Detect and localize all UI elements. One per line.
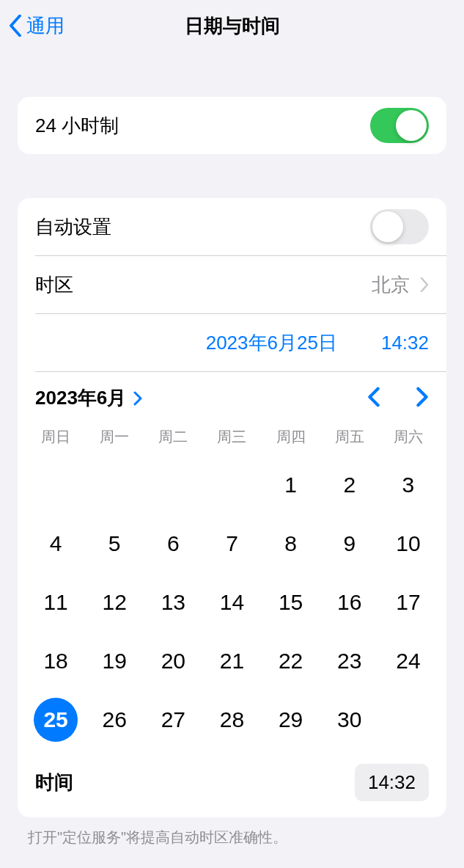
calendar-day[interactable]: 29 — [262, 690, 320, 749]
calendar-prev-button[interactable] — [367, 387, 380, 410]
back-label: 通用 — [26, 13, 65, 39]
calendar-day[interactable]: 13 — [144, 573, 202, 632]
selected-date[interactable]: 2023年6月25日 — [206, 330, 337, 356]
calendar-day-empty — [26, 456, 85, 514]
calendar-day[interactable]: 9 — [320, 514, 379, 573]
weekday-cell: 周二 — [144, 423, 202, 451]
calendar-month-button[interactable]: 2023年6月 — [35, 385, 142, 411]
calendar-day[interactable]: 1 — [262, 456, 320, 514]
row-time: 时间 14:32 — [18, 755, 446, 817]
calendar-day[interactable]: 17 — [379, 573, 438, 632]
switch-knob — [372, 211, 403, 242]
calendar-day-empty — [202, 456, 261, 514]
calendar-month-label: 2023年6月 — [35, 385, 126, 411]
weekday-cell: 周五 — [320, 423, 379, 451]
auto-set-label: 自动设置 — [35, 214, 111, 240]
calendar-day-empty — [85, 456, 144, 514]
calendar-day[interactable]: 2 — [320, 456, 379, 514]
calendar-day[interactable]: 3 — [379, 456, 438, 514]
calendar-day[interactable]: 5 — [85, 514, 144, 573]
calendar-day-empty — [144, 456, 202, 514]
time-label: 时间 — [35, 770, 73, 795]
calendar-day[interactable]: 22 — [262, 632, 320, 690]
chevron-left-icon — [9, 15, 22, 37]
calendar-day[interactable]: 18 — [26, 632, 85, 690]
calendar-day[interactable]: 16 — [320, 573, 379, 632]
calendar-day[interactable]: 12 — [85, 573, 144, 632]
timezone-value: 北京 — [372, 272, 410, 298]
row-datetime-summary: 2023年6月25日 14:32 — [18, 314, 446, 371]
calendar-day-empty — [379, 690, 438, 749]
calendar-next-button[interactable] — [416, 387, 429, 410]
calendar-day[interactable]: 24 — [379, 632, 438, 690]
timezone-label: 时区 — [35, 272, 73, 298]
calendar-day[interactable]: 20 — [144, 632, 202, 690]
chevron-right-icon — [133, 391, 142, 406]
calendar-day[interactable]: 7 — [202, 514, 261, 573]
calendar-day[interactable]: 25 — [26, 690, 85, 749]
weekday-cell: 周一 — [85, 423, 144, 451]
calendar-day[interactable]: 28 — [202, 690, 261, 749]
switch-knob — [396, 110, 427, 141]
calendar-day[interactable]: 19 — [85, 632, 144, 690]
calendar-day[interactable]: 21 — [202, 632, 261, 690]
twenty-four-hour-label: 24 小时制 — [35, 113, 119, 139]
chevron-right-icon — [420, 277, 429, 292]
calendar-day[interactable]: 27 — [144, 690, 202, 749]
page-title: 日期与时间 — [185, 13, 280, 39]
calendar-day[interactable]: 26 — [85, 690, 144, 749]
row-24-hour: 24 小时制 — [18, 97, 446, 154]
chevron-right-icon — [416, 387, 429, 407]
twenty-four-hour-switch[interactable] — [370, 108, 429, 143]
time-picker[interactable]: 14:32 — [355, 764, 429, 801]
weekday-cell: 周四 — [262, 423, 320, 451]
calendar-day[interactable]: 8 — [262, 514, 320, 573]
weekday-cell: 周三 — [202, 423, 261, 451]
chevron-left-icon — [367, 387, 380, 407]
calendar-day[interactable]: 30 — [320, 690, 379, 749]
footer-note: 打开"定位服务"将提高自动时区准确性。 — [0, 817, 464, 847]
calendar-day[interactable]: 11 — [26, 573, 85, 632]
weekday-cell: 周日 — [26, 423, 85, 451]
calendar-day[interactable]: 14 — [202, 573, 261, 632]
calendar-day[interactable]: 15 — [262, 573, 320, 632]
row-auto-set: 自动设置 — [18, 198, 446, 255]
back-button[interactable]: 通用 — [0, 13, 65, 39]
calendar-day[interactable]: 4 — [26, 514, 85, 573]
selected-time[interactable]: 14:32 — [381, 332, 429, 354]
row-timezone[interactable]: 时区 北京 — [18, 256, 446, 313]
weekday-cell: 周六 — [379, 423, 438, 451]
calendar-day[interactable]: 10 — [379, 514, 438, 573]
calendar-day[interactable]: 6 — [144, 514, 202, 573]
calendar-day[interactable]: 23 — [320, 632, 379, 690]
auto-set-switch[interactable] — [370, 209, 429, 244]
